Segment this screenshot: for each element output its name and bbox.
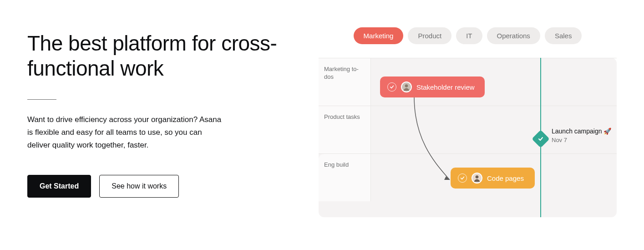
tab-marketing[interactable]: Marketing xyxy=(354,27,404,44)
lane-label: Marketing to-dos xyxy=(319,58,371,106)
avatar xyxy=(401,82,412,92)
tab-operations[interactable]: Operations xyxy=(487,27,540,44)
check-circle-icon xyxy=(458,173,467,183)
task-code-pages[interactable]: Code pages xyxy=(451,168,535,189)
lane-label: Product tasks xyxy=(319,106,371,153)
get-started-button[interactable]: Get Started xyxy=(27,175,91,198)
milestone-label: Launch campaign 🚀 Nov 7 xyxy=(552,127,611,144)
svg-point-1 xyxy=(405,84,408,87)
check-circle-icon xyxy=(387,82,396,92)
milestone-title: Launch campaign 🚀 xyxy=(552,127,611,136)
lane-marketing: Marketing to-dos Stakeholder review xyxy=(319,58,617,106)
task-stakeholder-review[interactable]: Stakeholder review xyxy=(380,77,485,97)
hero-body: Want to drive efficiency across your org… xyxy=(27,113,223,152)
hero-headline: The best platform for cross-functional w… xyxy=(27,31,300,81)
milestone-date: Nov 7 xyxy=(552,136,611,144)
tab-list: Marketing Product IT Operations Sales xyxy=(319,27,617,44)
tab-sales[interactable]: Sales xyxy=(545,27,582,44)
tab-it[interactable]: IT xyxy=(456,27,482,44)
lane-label: Eng build xyxy=(319,154,371,201)
divider xyxy=(27,99,56,100)
task-label: Code pages xyxy=(487,174,524,182)
task-label: Stakeholder review xyxy=(416,83,475,91)
timeline-card: Marketing to-dos Stakeholder review Prod… xyxy=(319,58,617,217)
see-how-it-works-button[interactable]: See how it works xyxy=(99,175,179,198)
svg-point-3 xyxy=(476,175,479,179)
lane-eng: Eng build Code pages xyxy=(319,153,617,201)
tab-product[interactable]: Product xyxy=(408,27,451,44)
avatar xyxy=(472,173,482,184)
